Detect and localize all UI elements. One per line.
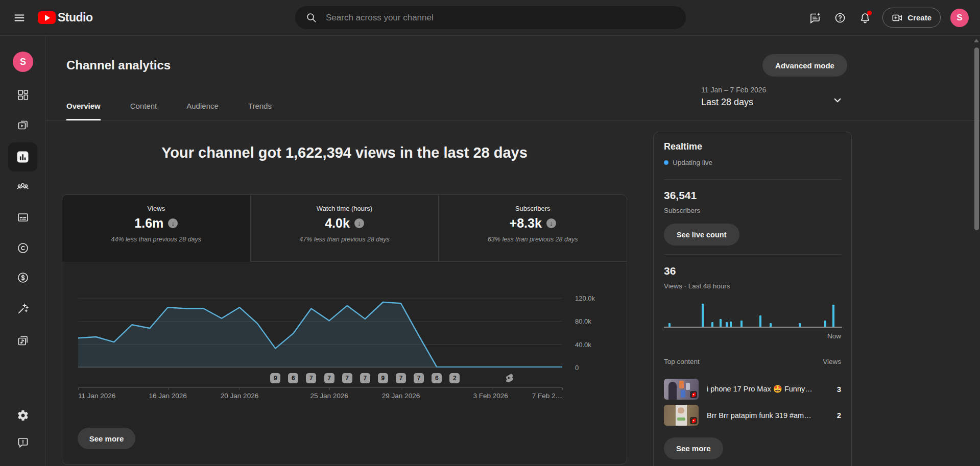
metric-value: +8.3k (510, 216, 542, 231)
sidebar-item-copyright[interactable] (12, 237, 33, 258)
published-videos-badge[interactable]: 7 (414, 373, 424, 383)
settings-gear-icon (17, 409, 29, 422)
account-avatar[interactable]: S (950, 9, 969, 27)
realtime-bar (726, 322, 728, 327)
published-videos-badge[interactable]: 7 (324, 373, 334, 383)
sidebar-item-analytics[interactable] (12, 146, 33, 167)
realtime-bar (730, 322, 732, 327)
top-content-row[interactable]: i phone 17 Pro Max 🤩 Funny…3 (664, 379, 841, 400)
customization-wand-icon (16, 302, 29, 315)
tab-audience[interactable]: Audience (186, 102, 219, 120)
sidebar-item-customization[interactable] (12, 298, 33, 319)
y-tick-label: 40.0k (575, 340, 591, 348)
published-videos-badge[interactable]: 6 (288, 373, 298, 383)
shorts-badge-icon (690, 417, 697, 424)
brand-text: Studio (58, 11, 93, 24)
create-button[interactable]: Create (882, 8, 941, 28)
menu-icon[interactable] (12, 11, 27, 25)
published-videos-badge[interactable]: 7 (360, 373, 370, 383)
community-icon (16, 181, 29, 193)
published-videos-badge[interactable]: 2 (449, 373, 460, 383)
tab-content[interactable]: Content (130, 102, 157, 120)
realtime-card: Realtime Updating live 36,541 Subscriber… (653, 132, 852, 466)
content-icon (17, 119, 29, 131)
sidebar-item-subtitles[interactable] (12, 207, 33, 228)
metric-tab-subscribers[interactable]: Subscribers+8.3k↓63% less than previous … (438, 195, 627, 262)
scrollbar-up-arrow[interactable] (974, 39, 979, 42)
video-title: Brr Brr patapim funk 319 #am… (707, 411, 828, 420)
metric-value: 4.0k (325, 216, 350, 231)
views-area-chart[interactable] (78, 289, 562, 367)
sidebar: S (0, 35, 46, 466)
shorts-badge-icon (690, 391, 697, 398)
sidebar-item-content[interactable] (12, 114, 33, 135)
realtime-bar (702, 304, 704, 327)
arrow-down-circle-icon: ↓ (546, 218, 556, 228)
tab-trends[interactable]: Trends (248, 102, 272, 120)
x-tick-label: 11 Jan 2026 (78, 392, 115, 400)
sidebar-item-settings[interactable] (12, 405, 33, 426)
see-more-button[interactable]: See more (78, 428, 135, 449)
published-videos-badge[interactable]: 6 (432, 373, 442, 383)
sidebar-item-audio-library[interactable] (12, 330, 33, 351)
see-live-count-button[interactable]: See live count (664, 224, 739, 246)
realtime-bar (770, 323, 772, 327)
search-bar[interactable] (295, 6, 686, 29)
metric-label: Watch time (hours) (251, 205, 439, 212)
arrow-down-circle-icon: ↓ (168, 218, 178, 228)
youtube-studio-logo[interactable]: Studio (38, 11, 93, 24)
video-views: 2 (828, 411, 841, 420)
realtime-see-more-button[interactable]: See more (664, 437, 723, 459)
feedback-message-icon[interactable] (805, 8, 825, 28)
x-tick (401, 387, 401, 390)
sidebar-item-send-feedback[interactable] (12, 432, 33, 453)
views-column-header: Views (823, 358, 841, 365)
published-videos-badge[interactable]: 9 (270, 373, 280, 383)
realtime-bar (720, 319, 722, 327)
realtime-bar (832, 305, 834, 327)
send-feedback-icon (17, 436, 29, 449)
realtime-status-text: Updating live (673, 159, 712, 166)
x-tick (168, 387, 169, 390)
youtube-play-icon (38, 11, 56, 24)
published-videos-badge[interactable]: 9 (378, 373, 388, 383)
realtime-views-label: Views · Last 48 hours (664, 282, 730, 290)
scrollbar-thumb[interactable] (974, 47, 979, 230)
realtime-status: Updating live (664, 159, 712, 166)
help-icon[interactable] (830, 8, 850, 28)
metric-tab-watch-time-hours[interactable]: Watch time (hours)4.0k↓47% less than pre… (250, 195, 439, 262)
realtime-bar (799, 323, 801, 327)
sidebar-item-earn[interactable] (12, 267, 33, 288)
sidebar-item-community[interactable] (12, 177, 33, 198)
notifications-icon[interactable] (855, 8, 875, 28)
page-title: Channel analytics (66, 58, 171, 72)
published-videos-badge[interactable]: 7 (306, 373, 316, 383)
tab-overview[interactable]: Overview (66, 102, 101, 120)
date-range-selector[interactable]: 11 Jan – 7 Feb 2026 Last 28 days (692, 83, 850, 114)
metric-tab-views[interactable]: Views1.6m↓44% less than previous 28 days (62, 195, 250, 262)
shorts-published-icon[interactable] (505, 374, 513, 382)
realtime-title: Realtime (664, 141, 702, 152)
monetization-icon (17, 272, 29, 284)
date-range-text: 11 Jan – 7 Feb 2026 (701, 86, 766, 94)
topbar: Studio Create S (0, 0, 980, 36)
realtime-subscribers-count: 36,541 (664, 189, 697, 202)
x-tick-label: 25 Jan 2026 (310, 392, 348, 400)
published-videos-badge[interactable]: 7 (396, 373, 406, 383)
top-content-row[interactable]: Brr Brr patapim funk 319 #am…2 (664, 405, 841, 426)
x-tick-label: 7 Feb 2… (532, 392, 562, 400)
published-videos-badge[interactable]: 7 (342, 373, 352, 383)
date-preset-text: Last 28 days (701, 97, 753, 108)
y-tick-label: 0 (575, 364, 579, 372)
create-label: Create (907, 13, 931, 22)
copyright-icon (17, 242, 29, 254)
video-title: i phone 17 Pro Max 🤩 Funny… (707, 385, 828, 394)
audio-library-icon (17, 334, 29, 347)
advanced-mode-button[interactable]: Advanced mode (762, 54, 847, 77)
search-input[interactable] (325, 12, 680, 23)
subtitles-icon (17, 211, 29, 224)
y-tick-label: 120.0k (575, 295, 595, 302)
sidebar-item-dashboard[interactable] (12, 84, 33, 105)
metric-delta: 63% less than previous 28 days (439, 236, 627, 243)
channel-avatar[interactable]: S (13, 52, 33, 72)
